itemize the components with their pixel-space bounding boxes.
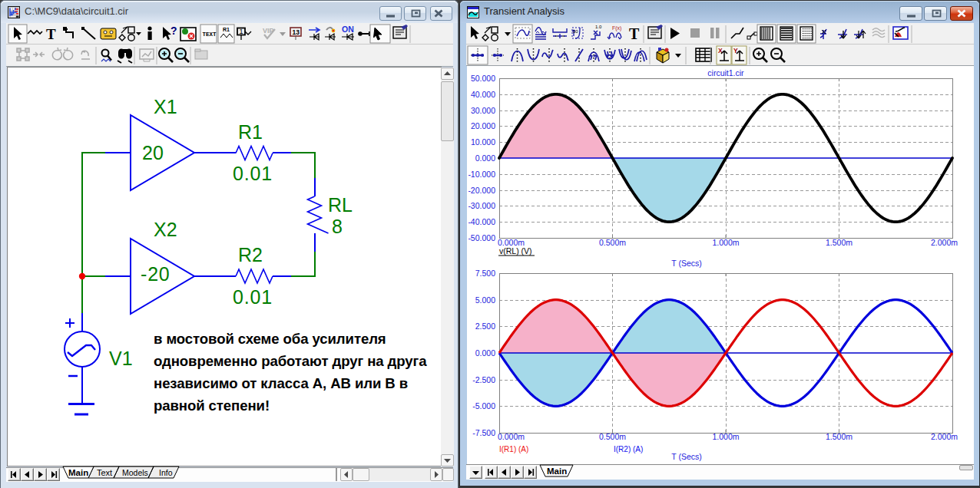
- svg-text:1.0: 1.0: [595, 25, 602, 29]
- svg-text:7.500: 7.500: [475, 269, 495, 278]
- svg-text:10: 10: [573, 29, 578, 34]
- svg-text:?: ?: [171, 25, 177, 37]
- svg-text:I(R1) (A): I(R1) (A): [499, 445, 528, 453]
- svg-text:RL: RL: [328, 194, 353, 216]
- svg-text:0.000: 0.000: [475, 348, 495, 358]
- svg-text:-40.000: -40.000: [468, 217, 495, 226]
- svg-text:1.000m: 1.000m: [712, 238, 739, 247]
- svg-text:-2.500: -2.500: [472, 375, 495, 384]
- svg-text:-20: -20: [141, 263, 171, 285]
- svg-text:13: 13: [293, 28, 300, 36]
- svg-text:Models: Models: [122, 468, 148, 477]
- svg-text:5.000: 5.000: [475, 295, 495, 305]
- svg-text:-5.000: -5.000: [472, 401, 495, 411]
- svg-text:-50.000: -50.000: [468, 233, 495, 242]
- svg-text:Main: Main: [547, 467, 567, 476]
- svg-text:X2: X2: [154, 219, 177, 240]
- svg-text:30.000: 30.000: [471, 106, 495, 115]
- svg-text:V1: V1: [109, 348, 133, 369]
- svg-text:0.000m: 0.000m: [498, 432, 525, 441]
- svg-text:Info: Info: [159, 468, 173, 477]
- svg-text:1.500m: 1.500m: [826, 238, 853, 247]
- svg-text:2.500: 2.500: [475, 321, 495, 331]
- svg-text:X1: X1: [154, 96, 177, 117]
- svg-text:-7.500: -7.500: [472, 428, 495, 437]
- svg-text:R1: R1: [238, 121, 263, 143]
- svg-text:ON: ON: [342, 25, 354, 34]
- svg-text:8: 8: [332, 216, 343, 237]
- svg-text:0.500m: 0.500m: [599, 238, 626, 247]
- svg-text:R1: R1: [223, 27, 230, 32]
- svg-text:T (Secs): T (Secs): [671, 259, 701, 268]
- svg-text:TEXT: TEXT: [203, 31, 217, 38]
- svg-text:1.000m: 1.000m: [712, 432, 739, 441]
- svg-text:40.000: 40.000: [471, 90, 495, 99]
- svg-text:v(RL) (V): v(RL) (V): [499, 246, 532, 256]
- svg-text:2.000m: 2.000m: [931, 432, 958, 441]
- svg-text:T: T: [46, 26, 56, 42]
- svg-text:circuit1.cir: circuit1.cir: [707, 68, 744, 77]
- svg-text:0.01: 0.01: [233, 286, 273, 308]
- svg-text:20.000: 20.000: [471, 121, 495, 130]
- svg-text:-30.000: -30.000: [468, 201, 495, 210]
- svg-text:I(R2) (A): I(R2) (A): [614, 445, 643, 453]
- svg-text:-20.000: -20.000: [468, 186, 495, 195]
- svg-text:1.500m: 1.500m: [826, 432, 853, 441]
- svg-text:F(x): F(x): [612, 25, 621, 31]
- svg-text:T: T: [629, 25, 640, 42]
- svg-text:2.000m: 2.000m: [931, 238, 958, 247]
- svg-text:1: 1: [240, 28, 243, 35]
- svg-text:20: 20: [142, 142, 164, 163]
- svg-text:-10.000: -10.000: [468, 170, 495, 179]
- svg-text:50.000: 50.000: [471, 74, 495, 83]
- svg-text:Text: Text: [97, 468, 112, 477]
- svg-text:R2: R2: [238, 244, 263, 265]
- svg-text:10.000: 10.000: [471, 137, 495, 147]
- svg-text:T (Secs): T (Secs): [671, 452, 701, 461]
- svg-text:Main: Main: [68, 468, 88, 477]
- svg-text:0.01: 0.01: [233, 163, 273, 184]
- svg-text:0.000: 0.000: [475, 153, 495, 163]
- svg-text:0.500m: 0.500m: [599, 432, 626, 441]
